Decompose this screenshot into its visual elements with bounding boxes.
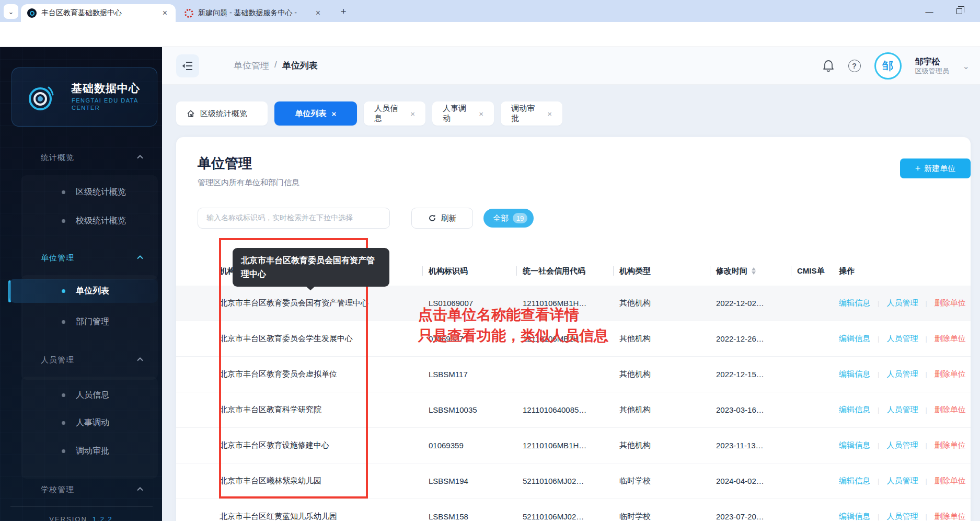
bell-icon[interactable] xyxy=(822,59,835,73)
refresh-button[interactable]: 刷新 xyxy=(411,208,473,229)
personnel-mgmt-link[interactable]: 人员管理 xyxy=(886,476,918,486)
tab-org-list[interactable]: 单位列表 × xyxy=(274,101,357,126)
edit-info-link[interactable]: 编辑信息 xyxy=(839,512,870,521)
bullet-dot-icon xyxy=(62,393,65,397)
personnel-mgmt-link[interactable]: 人员管理 xyxy=(886,369,918,379)
annotation-text: 点击单位名称能查看详情 只是查看功能，类似人员信息 xyxy=(418,304,608,346)
breadcrumb-parent[interactable]: 单位管理 xyxy=(234,60,269,72)
close-tab-icon[interactable]: × xyxy=(332,109,337,118)
col-header-time[interactable]: 修改时间 xyxy=(710,266,791,276)
user-role: 区级管理员 xyxy=(915,67,949,75)
tab-label: 调动审批 xyxy=(511,104,542,123)
search-input[interactable]: 输入名称或标识码，实时检索并在下拉中选择 xyxy=(198,208,390,229)
bullet-dot-icon xyxy=(62,320,65,324)
org-modified-time: 2023-07-20… xyxy=(710,512,791,521)
collapse-menu-icon xyxy=(182,61,193,71)
close-tab-icon[interactable]: × xyxy=(479,109,483,118)
org-credit-code: 52110106MJ02… xyxy=(516,512,613,521)
delete-org-link[interactable]: 删除单位 xyxy=(935,298,966,308)
sidebar-divider xyxy=(10,506,153,507)
window-restore-button[interactable] xyxy=(947,0,971,22)
org-type: 临时学校 xyxy=(613,476,710,486)
browser-tab-title: 丰台区教育基础数据中心 xyxy=(41,8,156,18)
tab-personnel-info[interactable]: 人员信息 × xyxy=(364,101,425,126)
user-info[interactable]: 邹宇松 区级管理员 xyxy=(915,56,949,75)
personnel-mgmt-link[interactable]: 人员管理 xyxy=(886,298,918,308)
sidebar-item-dept-mgmt[interactable]: 部门管理 xyxy=(21,310,158,334)
edit-info-link[interactable]: 编辑信息 xyxy=(839,369,870,379)
org-code: LSBSM117 xyxy=(422,370,516,379)
sidebar-item-school-stats[interactable]: 校级统计概览 xyxy=(21,209,158,233)
org-code: LSBSM158 xyxy=(422,512,516,521)
avatar[interactable]: 邹 xyxy=(874,52,902,80)
delete-org-link[interactable]: 删除单位 xyxy=(935,440,966,450)
sidebar-section-statistics[interactable]: 统计概览 xyxy=(41,153,74,163)
edit-info-link[interactable]: 编辑信息 xyxy=(839,334,870,344)
filter-all-pill[interactable]: 全部 19 xyxy=(483,209,534,228)
bullet-dot-icon xyxy=(62,219,65,223)
sidebar-item-label: 校级统计概览 xyxy=(76,216,126,226)
sidebar-item-transfer-approval[interactable]: 调动审批 xyxy=(21,439,158,463)
user-name: 邹宇松 xyxy=(915,56,949,67)
chevron-up-icon[interactable] xyxy=(137,255,143,259)
delete-org-link[interactable]: 删除单位 xyxy=(935,476,966,486)
bullet-dot-icon xyxy=(62,449,65,453)
col-header-actions: 操作 xyxy=(833,266,971,276)
close-tab-icon[interactable]: × xyxy=(314,8,322,18)
personnel-mgmt-link[interactable]: 人员管理 xyxy=(886,512,918,521)
count-badge: 19 xyxy=(513,213,527,223)
chevron-down-icon[interactable]: ⌄ xyxy=(963,61,970,71)
browser-tab-active[interactable]: 丰台区教育基础数据中心 × xyxy=(21,4,176,22)
edit-info-link[interactable]: 编辑信息 xyxy=(839,476,870,486)
close-tab-icon[interactable]: × xyxy=(410,109,415,118)
col-header-code: 机构标识码 xyxy=(422,266,516,276)
restore-icon xyxy=(956,8,962,14)
edit-info-link[interactable]: 编辑信息 xyxy=(839,405,870,415)
sidebar-item-personnel-info[interactable]: 人员信息 xyxy=(21,383,158,407)
close-tab-icon[interactable]: × xyxy=(160,8,169,18)
tab-search-icon: ⌄ xyxy=(8,8,14,16)
sidebar-section-school[interactable]: 学校管理 xyxy=(41,485,74,495)
help-icon[interactable]: ? xyxy=(848,60,861,72)
collapse-sidebar-button[interactable] xyxy=(176,54,199,77)
new-org-button[interactable]: + 新建单位 xyxy=(900,158,971,178)
org-credit-code: 1211010640085… xyxy=(516,405,613,414)
delete-org-link[interactable]: 删除单位 xyxy=(935,369,966,379)
browser-tab-strip: ⌄ 丰台区教育基础数据中心 × 新建问题 - 基础数据服务中心 - × + — xyxy=(0,0,980,22)
sidebar-item-personnel-transfer[interactable]: 人事调动 xyxy=(21,411,158,435)
chevron-up-icon[interactable] xyxy=(137,487,143,491)
personnel-mgmt-link[interactable]: 人员管理 xyxy=(886,405,918,415)
sidebar-item-label: 调动审批 xyxy=(76,446,109,457)
browser-tab-inactive[interactable]: 新建问题 - 基础数据服务中心 - × xyxy=(178,4,329,22)
tab-search-button[interactable]: ⌄ xyxy=(4,4,18,19)
org-modified-time: 2022-12-15… xyxy=(710,370,791,379)
delete-org-link[interactable]: 删除单位 xyxy=(935,334,966,344)
sidebar-section-org[interactable]: 单位管理 xyxy=(41,253,74,263)
app-title: 基础数据中心 xyxy=(71,81,140,96)
personnel-mgmt-link[interactable]: 人员管理 xyxy=(886,334,918,344)
sidebar-item-label: 单位列表 xyxy=(76,286,109,297)
edit-info-link[interactable]: 编辑信息 xyxy=(839,298,870,308)
delete-org-link[interactable]: 删除单位 xyxy=(935,405,966,415)
org-name-link[interactable]: 北京市丰台区红黄蓝知儿乐幼儿园 xyxy=(220,512,422,521)
chevron-up-icon[interactable] xyxy=(137,155,143,159)
page-subtitle: 管理区内所有单位和部门信息 xyxy=(198,178,299,188)
bullet-dot-icon xyxy=(62,421,65,425)
chevron-up-icon[interactable] xyxy=(137,357,143,361)
new-tab-button[interactable]: + xyxy=(337,5,350,18)
tab-label: 人事调动 xyxy=(443,104,474,123)
annotation-line-1: 点击单位名称能查看详情 xyxy=(418,304,608,325)
edit-info-link[interactable]: 编辑信息 xyxy=(839,440,870,450)
tab-personnel-transfer[interactable]: 人事调动 × xyxy=(432,101,494,126)
personnel-mgmt-link[interactable]: 人员管理 xyxy=(886,440,918,450)
sidebar-section-personnel[interactable]: 人员管理 xyxy=(41,355,74,365)
close-tab-icon[interactable]: × xyxy=(547,109,552,118)
window-minimize-button[interactable]: — xyxy=(917,0,941,22)
sort-arrows-icon[interactable] xyxy=(752,267,756,275)
sidebar-item-org-list[interactable]: 单位列表 xyxy=(9,279,158,303)
breadcrumb: 单位管理 / 单位列表 xyxy=(234,60,318,72)
delete-org-link[interactable]: 删除单位 xyxy=(935,512,966,521)
sidebar-item-district-stats[interactable]: 区级统计概览 xyxy=(21,180,158,204)
tab-district-overview[interactable]: 区级统计概览 xyxy=(176,101,268,126)
tab-transfer-approval[interactable]: 调动审批 × xyxy=(501,101,562,126)
